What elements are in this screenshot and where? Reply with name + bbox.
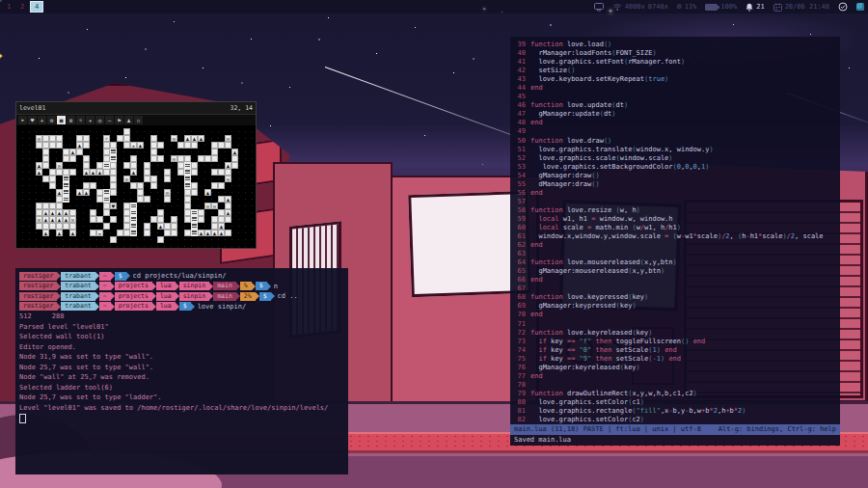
level-cell [130, 128, 137, 135]
level-cell [117, 182, 123, 189]
level-cell [164, 196, 171, 203]
level-cell [42, 142, 49, 149]
tool-bridge[interactable]: ≡ [67, 116, 75, 124]
code-text: love.graphics.setColor(c2) [530, 416, 644, 423]
level-cell [69, 155, 76, 162]
level-cell [63, 135, 69, 142]
game-toolbar: ➤♥+⚙▦≡☼✦◎—⚑♟▫ [16, 115, 256, 125]
editor-code[interactable]: 39function love.load()40 rManager:loadFo… [510, 37, 840, 424]
code-line: 43 love.keyboard.setKeyRepeat(true) [514, 75, 840, 84]
level-cell [117, 189, 123, 196]
level-cell [177, 230, 184, 236]
terminal-cursor [19, 414, 26, 423]
level-cell [76, 216, 83, 223]
terminal-window[interactable]: rostigertrabant~$cd projects/lua/sinpin/… [15, 268, 348, 474]
level-cell [137, 216, 144, 223]
level-cell [157, 142, 164, 149]
tool-sun[interactable]: ☼ [76, 116, 85, 124]
tool-ring[interactable]: ◎ [95, 116, 104, 124]
code-line: 66end [514, 276, 840, 285]
level-cell [218, 142, 225, 149]
terminal-prompt-line: rostigertrabant~$cd projects/lua/sinpin/ [19, 271, 344, 282]
prompt-segment-dollar: $ [179, 302, 191, 311]
tray-check[interactable] [838, 2, 848, 12]
level-cell [218, 216, 225, 223]
editor-window[interactable]: 39function love.load()40 rManager:loadFo… [510, 37, 840, 446]
level-cell [144, 142, 150, 149]
notifications-indicator[interactable]: 21 [746, 3, 764, 12]
level-cell [137, 128, 144, 135]
level-cell [184, 176, 191, 182]
tool-pawn[interactable]: ♟ [124, 116, 133, 124]
level-cell [83, 182, 90, 189]
level-cell [225, 223, 231, 230]
workspace-2[interactable]: 2 [16, 2, 28, 13]
level-editor-titlebar: level01 32, 14 [16, 102, 256, 115]
level-cell [76, 209, 83, 216]
workspace-list: 124 [0, 1, 43, 13]
level-canvas[interactable]: ◎☼◎♟♟♟◎♟╥♟♟♟◎♟◎♟♟♟♟♟♟◎◎♟♟♟◎♟♟♥◎◎♟♟♟♟♟◎♟♟… [16, 125, 256, 247]
level-cell [103, 176, 110, 182]
level-cell [63, 149, 69, 155]
tool-gear[interactable]: ⚙ [47, 116, 56, 124]
terminal-output-line: Parsed level "level01" [19, 322, 344, 333]
level-grid[interactable]: ◎☼◎♟♟♟◎♟╥♟♟♟◎♟◎♟♟♟♟♟♟◎◎♟♟♟◎♟♟♥◎◎♟♟♟♟♟◎♟♟… [29, 128, 238, 243]
prompt-segment-dollar: $ [115, 272, 126, 281]
level-cell [211, 162, 218, 169]
level-cell [123, 149, 130, 155]
tray-app[interactable] [856, 3, 864, 11]
level-cell [83, 236, 90, 243]
display-indicator [594, 3, 604, 12]
level-cell [83, 155, 90, 162]
level-cell [83, 216, 90, 223]
level-cell [29, 196, 36, 203]
tool-block[interactable]: ▫ [134, 116, 143, 124]
prompt-segment-dir: ~ [99, 292, 111, 301]
level-cell [76, 155, 83, 162]
workspace-1[interactable]: 1 [3, 2, 14, 13]
workspace-4[interactable]: 4 [30, 1, 43, 13]
level-cell [231, 182, 238, 189]
code-line: 45 [514, 93, 840, 101]
level-cell [177, 169, 184, 176]
tool-ladder[interactable]: ▦ [57, 116, 66, 124]
level-cell [184, 236, 191, 243]
tool-star[interactable]: ✦ [86, 116, 95, 124]
level-cell [144, 155, 150, 162]
level-cell [150, 196, 157, 203]
level-cell [83, 230, 90, 236]
level-cell [29, 203, 36, 209]
terminal-output-line: Node 31,9 was set to type "wall". [19, 352, 344, 363]
level-cell [83, 196, 90, 203]
level-cell [123, 196, 130, 203]
level-cell [231, 162, 238, 169]
tool-cross[interactable]: + [38, 116, 46, 124]
level-cell [96, 135, 103, 142]
code-line: 71 [514, 320, 840, 329]
tool-heart[interactable]: ♥ [28, 116, 37, 124]
level-cell [211, 182, 218, 189]
level-cell [56, 236, 63, 243]
level-cell [144, 236, 150, 243]
level-cell [191, 196, 198, 203]
line-number: 65 [514, 267, 526, 276]
level-cell [103, 209, 110, 216]
level-cell [177, 189, 184, 196]
level-cell [130, 162, 137, 169]
battery-indicator: 100% [705, 3, 737, 11]
clock-indicator[interactable]: 20/06 21:48 [773, 3, 829, 12]
level-cell [56, 182, 63, 189]
level-cell [103, 236, 110, 243]
level-cell [63, 203, 69, 209]
tool-flag[interactable]: ⚑ [115, 116, 123, 124]
tool-cursor[interactable]: ➤ [18, 116, 27, 124]
line-number: 39 [514, 41, 526, 49]
level-title: level01 [19, 102, 45, 114]
level-cell [177, 135, 184, 142]
prompt-segment-dir: ~ [99, 272, 111, 281]
level-cell [110, 216, 117, 223]
tool-eraser[interactable]: — [105, 116, 114, 124]
level-cell [225, 155, 231, 162]
level-cell [204, 176, 211, 182]
prompt-segment-dir: lua [156, 302, 176, 311]
